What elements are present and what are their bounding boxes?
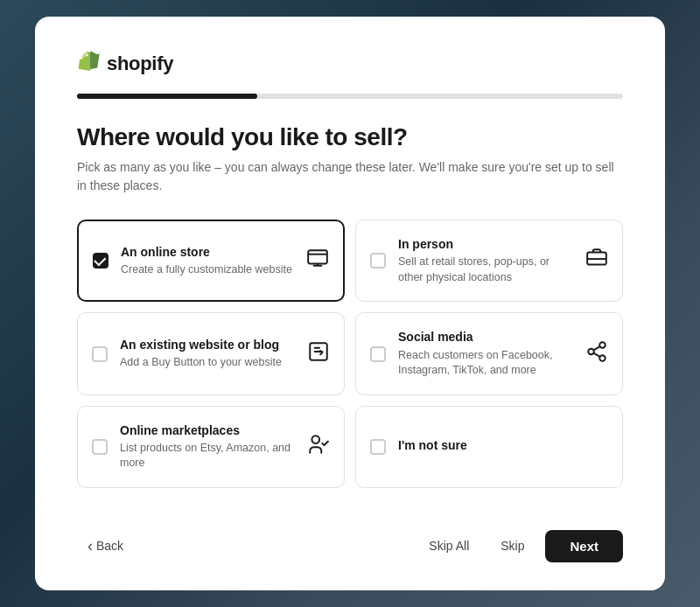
svg-rect-0 [308, 251, 327, 264]
options-grid: An online store Create a fully customiza… [77, 220, 623, 488]
option-existing-website[interactable]: An existing website or blog Add a Buy Bu… [77, 312, 345, 394]
skip-all-button[interactable]: Skip All [418, 532, 480, 560]
logo-text: shopify [107, 52, 173, 75]
next-button[interactable]: Next [545, 530, 623, 562]
option-social-media-title: Social media [398, 329, 575, 345]
svg-point-12 [312, 436, 319, 443]
option-social-media-content: Social media Reach customers on Facebook… [398, 329, 575, 378]
existing-website-icon [307, 340, 330, 368]
option-online-marketplaces-content: Online marketplaces List products on Ets… [120, 422, 297, 471]
online-marketplaces-icon [307, 433, 330, 461]
footer-right: Skip All Skip Next [418, 530, 623, 562]
checkbox-social-media[interactable] [370, 346, 386, 362]
checkbox-online-store[interactable] [93, 253, 108, 269]
option-in-person[interactable]: In person Sell at retail stores, pop-ups… [355, 220, 623, 302]
option-existing-website-content: An existing website or blog Add a Buy Bu… [120, 337, 297, 371]
back-button[interactable]: Back [77, 531, 134, 561]
option-online-store-desc: Create a fully customizable website [121, 262, 296, 278]
option-not-sure-title: I'm not sure [398, 437, 608, 453]
svg-point-9 [599, 355, 606, 361]
checkbox-not-sure[interactable] [370, 439, 386, 455]
progress-bar-container [77, 94, 623, 99]
option-in-person-content: In person Sell at retail stores, pop-ups… [398, 236, 575, 285]
checkbox-online-marketplaces[interactable] [92, 439, 108, 455]
progress-bar-fill [77, 94, 257, 99]
option-online-store[interactable]: An online store Create a fully customiza… [77, 220, 345, 302]
skip-button[interactable]: Skip [490, 532, 535, 560]
option-not-sure[interactable]: I'm not sure [355, 406, 623, 488]
checkbox-existing-website[interactable] [92, 346, 108, 362]
option-online-marketplaces-title: Online marketplaces [120, 422, 297, 438]
svg-point-8 [588, 348, 594, 354]
svg-line-11 [593, 346, 599, 350]
online-store-icon [306, 247, 329, 275]
option-existing-website-desc: Add a Buy Button to your website [120, 355, 297, 371]
svg-line-10 [593, 352, 599, 356]
option-existing-website-title: An existing website or blog [120, 337, 297, 352]
in-person-icon [585, 247, 608, 275]
back-label: Back [96, 539, 123, 553]
svg-point-7 [599, 342, 606, 348]
social-media-icon [585, 340, 608, 368]
modal-container: shopify Where would you like to sell? Pi… [35, 17, 665, 590]
page-title: Where would you like to sell? [77, 123, 623, 151]
option-online-store-content: An online store Create a fully customiza… [121, 244, 296, 278]
chevron-left-icon [88, 538, 93, 554]
option-online-marketplaces[interactable]: Online marketplaces List products on Ets… [77, 406, 345, 488]
checkbox-in-person[interactable] [370, 253, 386, 269]
option-in-person-title: In person [398, 236, 575, 252]
shopify-logo-icon [77, 52, 102, 76]
page-subtitle: Pick as many as you like – you can alway… [77, 158, 623, 195]
logo-area: shopify [77, 52, 623, 76]
option-online-store-title: An online store [121, 244, 296, 260]
option-online-marketplaces-desc: List products on Etsy, Amazon, and more [120, 441, 297, 471]
footer: Back Skip All Skip Next [77, 516, 623, 562]
option-social-media-desc: Reach customers on Facebook, Instagram, … [398, 348, 575, 379]
option-social-media[interactable]: Social media Reach customers on Facebook… [355, 312, 623, 394]
option-in-person-desc: Sell at retail stores, pop-ups, or other… [398, 255, 575, 285]
option-not-sure-content: I'm not sure [398, 437, 608, 456]
